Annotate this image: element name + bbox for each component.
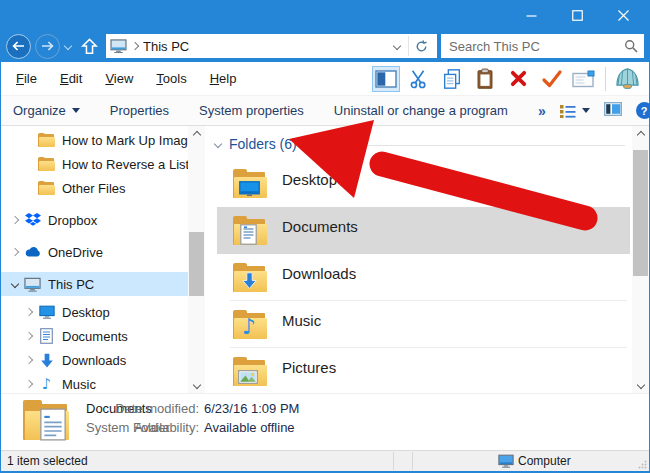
maximize-icon: [572, 10, 583, 21]
content-area: How to Mark Up Image At How to Reverse a…: [1, 126, 649, 393]
folder-item-documents[interactable]: Documents: [217, 207, 630, 254]
details-pane: Documents System Folder Date modified: 6…: [1, 393, 649, 450]
folder-icon: [37, 181, 56, 195]
collapse-chevron-icon[interactable]: [7, 281, 23, 287]
back-arrow-icon: [12, 40, 25, 52]
tree-item-onedrive[interactable]: OneDrive: [1, 240, 189, 264]
confirm-button[interactable]: [537, 66, 565, 92]
tree-item-how-to-mark-up[interactable]: How to Mark Up Image At: [1, 128, 189, 152]
menu-edit[interactable]: Edit: [55, 69, 87, 88]
folder-item-music[interactable]: ♪ Music: [217, 301, 630, 348]
delete-button[interactable]: [504, 66, 532, 92]
onedrive-icon: [23, 246, 42, 258]
copy-button[interactable]: [438, 66, 466, 92]
expand-chevron-icon[interactable]: [21, 357, 37, 363]
address-bar[interactable]: This PC: [106, 34, 437, 58]
tree-item-downloads[interactable]: Downloads: [1, 348, 189, 372]
refresh-button[interactable]: [409, 35, 433, 57]
seashell-icon: [615, 67, 640, 90]
clipboard-icon: [474, 68, 496, 90]
organize-button[interactable]: Organize: [13, 103, 80, 118]
breadcrumb-chevron-icon[interactable]: [131, 42, 139, 50]
system-properties-button[interactable]: System properties: [199, 103, 304, 118]
up-arrow-icon: [80, 37, 99, 56]
expand-chevron-icon[interactable]: [21, 381, 37, 387]
maximize-button[interactable]: [554, 0, 600, 30]
download-arrow-icon: [37, 353, 56, 368]
folder-item-desktop[interactable]: Desktop: [217, 160, 630, 207]
search-input[interactable]: [447, 38, 624, 55]
menu-tools[interactable]: Tools: [151, 69, 191, 88]
navigation-pane: How to Mark Up Image At How to Reverse a…: [1, 126, 205, 393]
tree-item-desktop[interactable]: Desktop: [1, 300, 189, 324]
expand-chevron-icon[interactable]: [21, 309, 37, 315]
resize-grip[interactable]: [638, 460, 647, 469]
delete-x-icon: [509, 69, 528, 88]
up-button[interactable]: [76, 33, 102, 59]
email-button[interactable]: [570, 66, 598, 92]
back-button[interactable]: [6, 34, 31, 59]
paste-button[interactable]: [471, 66, 499, 92]
close-icon: [618, 10, 629, 21]
pictures-folder-icon: [233, 357, 267, 386]
tree-item-documents[interactable]: Documents: [1, 324, 189, 348]
scrollbar-thumb[interactable]: [189, 232, 204, 296]
folder-icon: [37, 133, 56, 147]
menu-file[interactable]: File: [11, 69, 42, 88]
scroll-down-button[interactable]: [188, 376, 205, 393]
tree-item-other-files[interactable]: Other Files: [1, 176, 189, 200]
tree-item-dropbox[interactable]: Dropbox: [1, 208, 189, 232]
menu-help[interactable]: Help: [205, 69, 242, 88]
preview-pane-button[interactable]: [604, 102, 622, 119]
folder-item-pictures[interactable]: Pictures: [217, 348, 630, 395]
help-button[interactable]: ?: [636, 102, 650, 119]
forward-arrow-icon: [41, 40, 54, 52]
sidebar-scrollbar[interactable]: [188, 126, 205, 393]
address-dropdown-button[interactable]: [386, 35, 408, 57]
music-note-glyph: ♪: [242, 316, 256, 338]
scrollbar-thumb[interactable]: [633, 150, 648, 276]
navigation-pane-icon: [375, 70, 397, 88]
list-view-icon: [559, 104, 576, 118]
group-header-folders[interactable]: Folders (6): [215, 136, 297, 152]
expand-chevron-icon[interactable]: [7, 249, 23, 255]
navigation-bar: This PC: [0, 30, 650, 62]
navigation-pane-toggle-button[interactable]: [372, 66, 400, 92]
group-collapse-chevron-icon[interactable]: [214, 140, 222, 148]
title-bar[interactable]: [0, 0, 650, 30]
forward-button[interactable]: [35, 34, 60, 59]
cut-button[interactable]: [405, 66, 433, 92]
window-controls: [508, 0, 646, 30]
availability-value: Available offline: [204, 420, 295, 435]
change-view-button[interactable]: [559, 104, 590, 118]
this-pc-icon: [110, 39, 127, 53]
explorer-window: This PC File Edit View: [0, 0, 650, 473]
uninstall-program-button[interactable]: Uninstall or change a program: [334, 103, 508, 118]
scroll-up-button[interactable]: [632, 126, 649, 143]
dropbox-icon: [23, 213, 42, 227]
menu-view[interactable]: View: [100, 69, 138, 88]
search-icon[interactable]: [624, 39, 638, 53]
file-list-scrollbar[interactable]: [632, 126, 649, 393]
scroll-up-button[interactable]: [188, 126, 205, 143]
minimize-button[interactable]: [508, 0, 554, 30]
availability-label: Availability:: [84, 420, 199, 435]
search-box[interactable]: [441, 34, 644, 58]
folder-item-downloads[interactable]: Downloads: [217, 254, 630, 301]
classic-shell-button[interactable]: [613, 66, 641, 92]
close-button[interactable]: [600, 0, 646, 30]
scissors-icon: [408, 68, 430, 90]
tree-item-how-to-reverse[interactable]: How to Reverse a List in M: [1, 152, 189, 176]
tree-item-this-pc[interactable]: This PC: [1, 272, 189, 296]
organize-dropdown-icon: [72, 108, 80, 113]
expand-chevron-icon[interactable]: [7, 217, 23, 223]
properties-button[interactable]: Properties: [110, 103, 169, 118]
breadcrumb-segment[interactable]: This PC: [143, 39, 189, 54]
overflow-chevrons[interactable]: »: [538, 103, 545, 119]
minimize-icon: [526, 10, 537, 21]
document-icon: [37, 328, 56, 344]
expand-chevron-icon[interactable]: [21, 333, 37, 339]
scroll-down-button[interactable]: [632, 376, 649, 393]
recent-pages-chevron-icon[interactable]: [64, 42, 72, 50]
classic-toolbar: [372, 66, 641, 92]
